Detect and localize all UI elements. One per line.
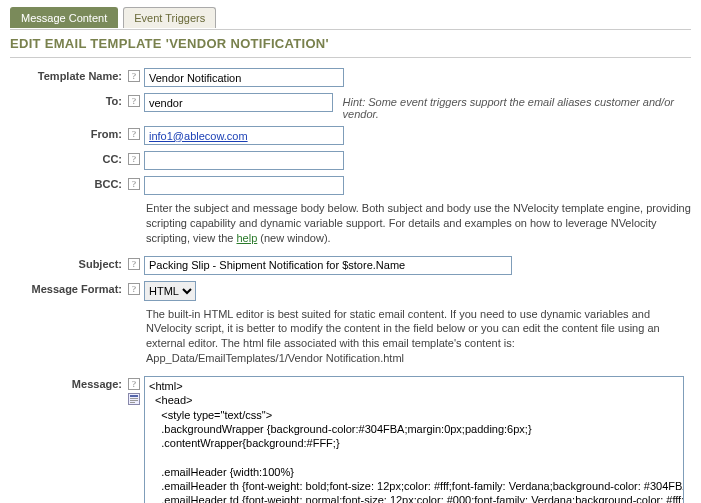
svg-text:?: ? (132, 179, 136, 189)
template-name-input[interactable] (144, 68, 344, 87)
label-template-name: Template Name: (10, 68, 128, 82)
label-message-format: Message Format: (10, 281, 128, 295)
label-from: From: (10, 126, 128, 140)
message-textarea[interactable] (144, 376, 684, 503)
label-message: Message: (10, 376, 128, 390)
help-icon[interactable]: ? (128, 151, 144, 165)
tab-event-triggers[interactable]: Event Triggers (123, 7, 216, 28)
svg-rect-19 (130, 400, 138, 401)
content-path: App_Data/EmailTemplates/1/Vendor Notific… (146, 352, 404, 364)
to-hint: Hint: Some event triggers support the em… (343, 93, 691, 120)
cc-input[interactable] (144, 151, 344, 170)
label-subject: Subject: (10, 256, 128, 270)
svg-rect-20 (130, 402, 135, 403)
label-bcc: BCC: (10, 176, 128, 190)
svg-text:?: ? (132, 129, 136, 139)
page-title: EDIT EMAIL TEMPLATE 'VENDOR NOTIFICATION… (10, 36, 691, 51)
body-intro-text-b: (new window). (257, 232, 330, 244)
format-note-text: The built-in HTML editor is best suited … (146, 308, 660, 350)
format-note: The built-in HTML editor is best suited … (10, 307, 691, 366)
svg-rect-17 (130, 395, 138, 397)
message-format-select[interactable]: HTML (144, 281, 196, 301)
help-link[interactable]: help (236, 232, 257, 244)
svg-text:?: ? (132, 284, 136, 294)
svg-text:?: ? (132, 259, 136, 269)
svg-text:?: ? (132, 96, 136, 106)
help-icon[interactable]: ? (128, 93, 144, 107)
subject-input[interactable] (144, 256, 512, 275)
body-intro-text-a: Enter the subject and message body below… (146, 202, 691, 244)
help-icon[interactable]: ? (128, 68, 144, 82)
svg-text:?: ? (132, 71, 136, 81)
help-icon[interactable]: ? (128, 281, 144, 295)
divider (10, 57, 691, 58)
bcc-input[interactable] (144, 176, 344, 195)
help-icon[interactable]: ? (128, 126, 144, 140)
help-icon[interactable]: ? (128, 256, 144, 270)
help-icon[interactable]: ? (128, 376, 144, 405)
body-intro: Enter the subject and message body below… (10, 201, 691, 246)
label-cc: CC: (10, 151, 128, 165)
tab-bar: Message Content Event Triggers (10, 6, 691, 27)
help-icon[interactable]: ? (128, 176, 144, 190)
svg-rect-18 (130, 398, 138, 399)
tab-message-content[interactable]: Message Content (10, 7, 118, 28)
label-to: To: (10, 93, 128, 107)
to-input[interactable] (144, 93, 333, 112)
svg-text:?: ? (132, 379, 136, 389)
divider (10, 29, 691, 30)
from-input[interactable] (144, 126, 344, 145)
editor-icon[interactable] (128, 393, 140, 405)
svg-text:?: ? (132, 154, 136, 164)
